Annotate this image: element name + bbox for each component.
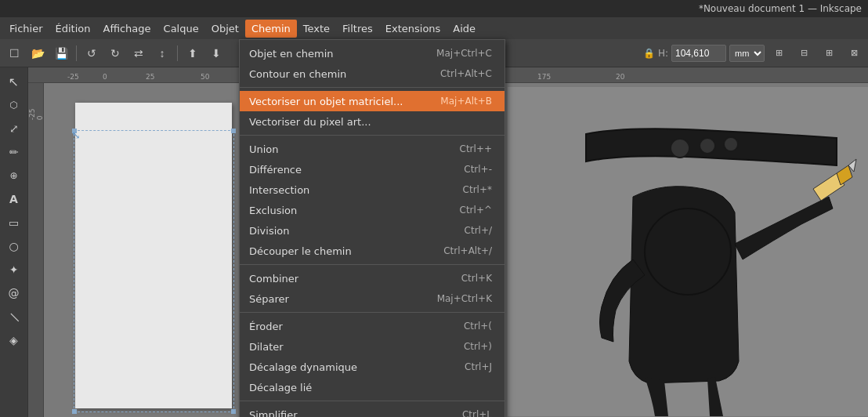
grid-btn[interactable]: ⊞ bbox=[818, 42, 840, 64]
ellipse-tool-btn[interactable]: ○ bbox=[3, 235, 25, 257]
menu-fichier[interactable]: Fichier bbox=[3, 20, 49, 38]
menu-calque[interactable]: Calque bbox=[157, 20, 205, 38]
menu-decouper[interactable]: Découper le chemin Ctrl+Alt+/ bbox=[240, 241, 505, 261]
menu-decalage-dynamique[interactable]: Décalage dynamique Ctrl+J bbox=[240, 357, 505, 377]
menu-simplifier[interactable]: Simplifier Ctrl+L bbox=[240, 404, 505, 417]
menu-union-shortcut: Ctrl++ bbox=[460, 143, 492, 154]
svg-point-2 bbox=[700, 138, 715, 154]
sep-4 bbox=[240, 312, 505, 313]
sel-handle-bl[interactable] bbox=[72, 409, 77, 414]
menu-union[interactable]: Union Ctrl++ bbox=[240, 139, 505, 159]
align-right-btn[interactable]: ⊟ bbox=[793, 42, 815, 64]
menu-combiner-shortcut: Ctrl+K bbox=[461, 273, 492, 284]
menu-vectoriser-objet[interactable]: Vectoriser un objet matriciel... Maj+Alt… bbox=[240, 91, 505, 111]
new-btn[interactable]: ☐ bbox=[3, 42, 25, 64]
menu-decalage-dynamique-label: Décalage dynamique bbox=[249, 361, 357, 373]
menu-vectoriser-pixel[interactable]: Vectoriser du pixel art... bbox=[240, 111, 505, 132]
zoom-tool-btn[interactable]: ⤢ bbox=[3, 118, 25, 140]
gradient-tool-btn[interactable]: ◈ bbox=[3, 329, 25, 351]
menu-bar: Fichier Édition Affichage Calque Objet C… bbox=[0, 17, 868, 39]
unit-select[interactable]: mm px cm bbox=[729, 45, 765, 62]
menu-division[interactable]: Division Ctrl+/ bbox=[240, 220, 505, 241]
flip-h-btn[interactable]: ⇄ bbox=[128, 42, 150, 64]
undo-btn[interactable]: ↺ bbox=[81, 42, 103, 64]
svg-point-3 bbox=[724, 137, 738, 151]
menu-dilater-shortcut: Ctrl+) bbox=[464, 341, 492, 352]
save-btn[interactable]: 💾 bbox=[50, 42, 72, 64]
toolbar-right: 🔒 H: mm px cm ⊞ ⊟ ⊞ ⊠ bbox=[643, 42, 865, 64]
text-tool-btn[interactable]: A bbox=[3, 188, 25, 210]
menu-decalage-dynamique-shortcut: Ctrl+J bbox=[465, 361, 492, 372]
menu-objet-en-chemin-shortcut: Maj+Ctrl+C bbox=[436, 48, 492, 59]
chemin-dropdown: Objet en chemin Maj+Ctrl+C Contour en ch… bbox=[239, 39, 505, 417]
menu-eroder-label: Éroder bbox=[249, 321, 283, 332]
spiral-tool-btn[interactable]: @ bbox=[3, 282, 25, 304]
menu-simplifier-label: Simplifier bbox=[249, 409, 298, 418]
menu-difference-label: Différence bbox=[249, 164, 302, 176]
sep2 bbox=[177, 45, 178, 61]
selector-tool-btn[interactable]: ↖ bbox=[3, 71, 25, 92]
menu-chemin[interactable]: Chemin bbox=[245, 20, 297, 38]
menu-texte[interactable]: Texte bbox=[297, 20, 336, 38]
menu-difference[interactable]: Différence Ctrl+- bbox=[240, 159, 505, 179]
align-bottom-btn[interactable]: ⬇ bbox=[205, 42, 227, 64]
sketch-area bbox=[508, 87, 868, 416]
svg-point-1 bbox=[671, 139, 689, 158]
menu-exclusion[interactable]: Exclusion Ctrl+^ bbox=[240, 200, 505, 220]
menu-eroder-shortcut: Ctrl+( bbox=[464, 321, 492, 332]
move-handle-top: ⤡ bbox=[71, 129, 81, 141]
menu-union-label: Union bbox=[249, 143, 279, 155]
menu-objet-en-chemin[interactable]: Objet en chemin Maj+Ctrl+C bbox=[240, 43, 505, 63]
sel-handle-tr[interactable] bbox=[231, 129, 236, 133]
pen-tool-btn[interactable]: ⊕ bbox=[3, 165, 25, 187]
open-btn[interactable]: 📂 bbox=[27, 42, 49, 64]
sep-1 bbox=[240, 87, 505, 88]
align-left-btn[interactable]: ⊞ bbox=[768, 42, 790, 64]
sep1 bbox=[76, 45, 77, 61]
sep-5 bbox=[240, 401, 505, 401]
menu-combiner-label: Combiner bbox=[249, 273, 298, 285]
menu-decalage-lie[interactable]: Décalage lié bbox=[240, 377, 505, 397]
h-input[interactable] bbox=[671, 45, 726, 62]
snap-btn[interactable]: ⊠ bbox=[843, 42, 865, 64]
menu-dilater-label: Dilater bbox=[249, 341, 284, 353]
menu-intersection[interactable]: Intersection Ctrl+* bbox=[240, 179, 505, 200]
ruler-vertical: -25 0 25 50 75 100 bbox=[28, 83, 44, 417]
menu-division-shortcut: Ctrl+/ bbox=[465, 225, 492, 236]
menu-intersection-label: Intersection bbox=[249, 184, 309, 196]
star-tool-btn[interactable]: ✦ bbox=[3, 259, 25, 281]
rect-tool-btn[interactable]: ▭ bbox=[3, 212, 25, 234]
menu-decalage-lie-label: Décalage lié bbox=[249, 382, 312, 393]
menu-edition[interactable]: Édition bbox=[49, 20, 97, 38]
svg-point-4 bbox=[645, 208, 731, 295]
menu-eroder[interactable]: Éroder Ctrl+( bbox=[240, 316, 505, 336]
line-tool-btn[interactable]: | bbox=[0, 301, 29, 332]
flip-v-btn[interactable]: ↕ bbox=[151, 42, 173, 64]
menu-vectoriser-pixel-label: Vectoriser du pixel art... bbox=[249, 116, 371, 128]
menu-filtres[interactable]: Filtres bbox=[336, 20, 379, 38]
menu-exclusion-shortcut: Ctrl+^ bbox=[460, 205, 492, 216]
menu-separer[interactable]: Séparer Maj+Ctrl+K bbox=[240, 288, 505, 309]
redo-btn[interactable]: ↻ bbox=[104, 42, 126, 64]
menu-separer-label: Séparer bbox=[249, 293, 289, 305]
menu-contour-en-chemin[interactable]: Contour en chemin Ctrl+Alt+C bbox=[240, 63, 505, 84]
menu-objet[interactable]: Objet bbox=[205, 20, 245, 38]
app-window: *Nouveau document 1 — Inkscape Fichier É… bbox=[0, 0, 868, 417]
menu-extensions[interactable]: Extensions bbox=[379, 20, 447, 38]
align-top-btn[interactable]: ⬆ bbox=[182, 42, 204, 64]
menu-decouper-shortcut: Ctrl+Alt+/ bbox=[443, 245, 492, 256]
menu-vectoriser-objet-label: Vectoriser un objet matriciel... bbox=[249, 96, 403, 107]
menu-dilater[interactable]: Dilater Ctrl+) bbox=[240, 336, 505, 357]
menu-division-label: Division bbox=[249, 225, 290, 237]
h-label: H: bbox=[658, 48, 668, 59]
menu-affichage[interactable]: Affichage bbox=[96, 20, 157, 38]
menu-combiner[interactable]: Combiner Ctrl+K bbox=[240, 268, 505, 288]
lock-icon: 🔒 bbox=[643, 48, 655, 59]
sel-handle-br[interactable] bbox=[231, 409, 236, 414]
menu-aide[interactable]: Aide bbox=[447, 20, 482, 38]
height-field: H: mm px cm bbox=[658, 45, 765, 62]
node-tool-btn[interactable]: ⬡ bbox=[3, 94, 25, 116]
left-toolbar: ↖ ⬡ ⤢ ✏ ⊕ A ▭ ○ ✦ @ | ◈ bbox=[0, 67, 28, 417]
title-text: *Nouveau document 1 — Inkscape bbox=[699, 3, 862, 14]
pencil-tool-btn[interactable]: ✏ bbox=[3, 141, 25, 163]
